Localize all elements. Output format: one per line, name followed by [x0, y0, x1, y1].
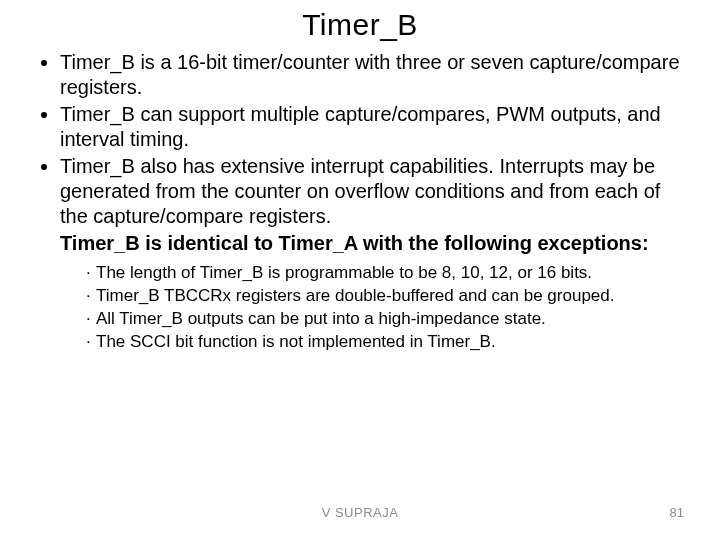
bullet-item: Timer_B is a 16-bit timer/counter with t… — [60, 50, 690, 100]
footer-page-number: 81 — [670, 505, 684, 520]
footer-author: V SUPRAJA — [0, 505, 720, 520]
main-bullet-list: Timer_B is a 16-bit timer/counter with t… — [30, 50, 690, 229]
bullet-item: Timer_B can support multiple capture/com… — [60, 102, 690, 152]
sub-bullet-item: ·The length of Timer_B is programmable t… — [86, 262, 690, 285]
sub-bullet-text: All Timer_B outputs can be put into a hi… — [96, 309, 546, 328]
sub-bullet-text: The length of Timer_B is programmable to… — [96, 263, 592, 282]
sub-bullet-item: ·All Timer_B outputs can be put into a h… — [86, 308, 690, 331]
sub-bullet-list: ·The length of Timer_B is programmable t… — [86, 262, 690, 354]
sub-bullet-text: The SCCI bit function is not implemented… — [96, 332, 496, 351]
slide: Timer_B Timer_B is a 16-bit timer/counte… — [0, 0, 720, 540]
exceptions-heading: Timer_B is identical to Timer_A with the… — [60, 231, 690, 256]
sub-bullet-item: ·The SCCI bit function is not implemente… — [86, 331, 690, 354]
slide-title: Timer_B — [30, 8, 690, 42]
sub-bullet-item: ·Timer_B TBCCRx registers are double-buf… — [86, 285, 690, 308]
bullet-item: Timer_B also has extensive interrupt cap… — [60, 154, 690, 229]
sub-bullet-text: Timer_B TBCCRx registers are double-buff… — [96, 286, 614, 305]
